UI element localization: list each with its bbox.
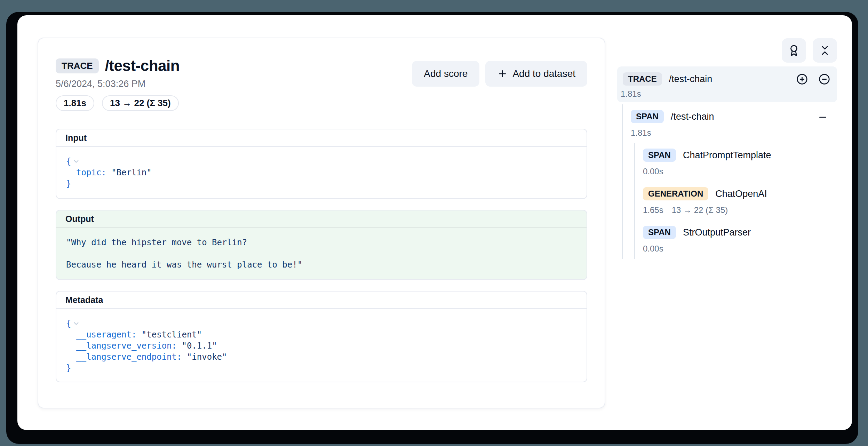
tree-item-name: /test-chain xyxy=(671,111,714,122)
generation-type-badge: GENERATION xyxy=(643,187,708,200)
trace-type-badge: TRACE xyxy=(623,72,662,86)
chevrons-down-up-icon xyxy=(819,45,831,56)
window-frame: TRACE /test-chain 5/6/2024, 5:03:26 PM 1… xyxy=(6,12,858,444)
app-window: TRACE /test-chain 5/6/2024, 5:03:26 PM 1… xyxy=(17,15,852,430)
latency-badge: 1.81s xyxy=(56,95,94,111)
json-entry: __useragent: "testclient" xyxy=(66,329,577,340)
json-value: "0.1.1" xyxy=(182,340,217,351)
tree-item-name: ChatPromptTemplate xyxy=(683,150,771,161)
add-score-button[interactable]: Add score xyxy=(412,61,479,87)
tree-indent-guide xyxy=(622,104,623,259)
input-panel: Input { topic: "Berlin" } xyxy=(56,129,587,199)
json-key: topic: xyxy=(76,167,106,178)
input-panel-title: Input xyxy=(56,129,587,147)
trace-header-left: TRACE /test-chain 5/6/2024, 5:03:26 PM 1… xyxy=(56,57,180,111)
tree-item-trace-name: /test-chain xyxy=(669,74,712,85)
json-key: __langserve_endpoint: xyxy=(76,351,182,363)
json-entry: topic: "Berlin" xyxy=(66,167,577,178)
generation-duration: 1.65s xyxy=(643,205,663,215)
tree-item-generation[interactable]: GENERATION ChatOpenAI 1.65s 13 → 22 (Σ 3… xyxy=(643,187,837,215)
metadata-panel-title: Metadata xyxy=(56,292,587,309)
output-line: "Why did the hipster move to Berlin? xyxy=(66,237,577,248)
json-value: "invoke" xyxy=(187,351,227,363)
token-usage-badge: 13 → 22 (Σ 35) xyxy=(102,95,179,111)
span-duration: 1.81s xyxy=(631,128,651,138)
annotate-button[interactable] xyxy=(782,38,806,63)
json-entry: __langserve_version: "0.1.1" xyxy=(66,340,577,351)
tree-item-root-span[interactable]: SPAN /test-chain 1.81s xyxy=(631,110,837,138)
input-json-viewer: { topic: "Berlin" } xyxy=(56,147,587,198)
tree-item-name: ChatOpenAI xyxy=(715,189,767,199)
trace-tree-sidebar: TRACE /test-chain 1.81s xyxy=(617,38,837,254)
trace-header: TRACE /test-chain 5/6/2024, 5:03:26 PM 1… xyxy=(56,57,587,111)
tree-item-name: StrOutputParser xyxy=(683,227,751,238)
open-brace: { xyxy=(66,156,71,167)
span-type-badge: SPAN xyxy=(631,110,664,123)
output-line xyxy=(66,248,577,259)
json-key: __langserve_version: xyxy=(76,340,177,351)
add-to-dataset-button[interactable]: Add to dataset xyxy=(485,61,587,87)
add-score-label: Add score xyxy=(424,68,468,79)
json-key: __useragent: xyxy=(76,329,136,340)
add-to-dataset-label: Add to dataset xyxy=(512,68,575,79)
json-entry: __langserve_endpoint: "invoke" xyxy=(66,351,577,363)
close-brace: } xyxy=(66,363,71,374)
json-value: "testclient" xyxy=(142,329,202,340)
json-value: "Berlin" xyxy=(111,167,152,178)
output-panel-title: Output xyxy=(56,210,587,228)
award-icon xyxy=(788,45,800,56)
span-duration: 0.00s xyxy=(643,167,663,176)
trace-type-badge: TRACE xyxy=(56,58,99,73)
observation-tree: SPAN /test-chain 1.81s SPAN Cha xyxy=(617,110,837,254)
collapse-panel-button[interactable] xyxy=(813,38,837,63)
span-type-badge: SPAN xyxy=(643,226,676,239)
expand-all-icon[interactable] xyxy=(796,73,808,85)
tree-item-span[interactable]: SPAN ChatPromptTemplate 0.00s xyxy=(643,149,837,176)
sidebar-toolbar xyxy=(617,38,837,63)
tree-item-trace[interactable]: TRACE /test-chain 1.81s xyxy=(617,66,837,102)
tree-item-span[interactable]: SPAN StrOutputParser 0.00s xyxy=(643,226,837,254)
minus-icon[interactable] xyxy=(818,112,828,124)
span-children: SPAN ChatPromptTemplate 0.00s GENERATION… xyxy=(631,149,837,254)
trace-timestamp: 5/6/2024, 5:03:26 PM xyxy=(56,79,180,89)
generation-token-usage: 13 → 22 (Σ 35) xyxy=(672,205,728,215)
collapse-all-icon[interactable] xyxy=(819,73,830,85)
tree-indent-guide xyxy=(634,143,635,259)
chevron-down-icon[interactable] xyxy=(72,158,80,165)
close-brace: } xyxy=(66,178,71,189)
chevron-down-icon[interactable] xyxy=(72,320,80,327)
span-type-badge: SPAN xyxy=(643,149,676,162)
trace-duration: 1.81s xyxy=(621,89,831,99)
trace-detail-card: TRACE /test-chain 5/6/2024, 5:03:26 PM 1… xyxy=(38,38,605,408)
trace-actions: Add score Add to dataset xyxy=(412,61,587,87)
output-panel: Output "Why did the hipster move to Berl… xyxy=(56,210,587,280)
span-duration: 0.00s xyxy=(643,244,663,254)
output-line: Because he heard it was the wurst place … xyxy=(66,259,577,270)
plus-icon xyxy=(497,69,508,79)
open-brace: { xyxy=(66,318,71,329)
metadata-panel: Metadata { __useragent: "testclient" __l… xyxy=(56,291,587,382)
metadata-json-viewer: { __useragent: "testclient" __langserve_… xyxy=(56,309,587,382)
page-title: /test-chain xyxy=(105,57,180,74)
output-content: "Why did the hipster move to Berlin? Bec… xyxy=(56,228,587,279)
